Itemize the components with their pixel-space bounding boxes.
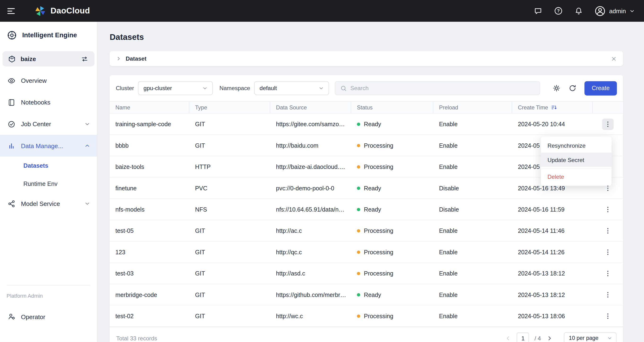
cell-type: GIT: [189, 121, 270, 127]
column-header-data-source[interactable]: Data Source: [270, 102, 351, 113]
platform-admin-label: Platform Admin: [0, 293, 97, 299]
page-number-input[interactable]: [517, 333, 529, 342]
table-row: merbridge-code GIT https://github.com/me…: [110, 284, 623, 306]
column-header-create-time[interactable]: Create Time: [512, 102, 593, 113]
cell-status: Processing: [351, 313, 433, 319]
workspace-selector[interactable]: baize: [2, 51, 94, 66]
sidebar-item-notebooks[interactable]: Notebooks: [0, 92, 97, 113]
search-input[interactable]: [350, 85, 535, 92]
menu-item-delete[interactable]: Delete: [541, 169, 612, 184]
notebook-icon: [7, 98, 16, 106]
filter-bar: Cluster gpu-cluster Namespace default: [110, 75, 623, 101]
bell-icon[interactable]: [574, 6, 583, 15]
topbar: DaoCloud ?: [0, 0, 644, 22]
user-menu[interactable]: admin: [594, 5, 635, 17]
status-label: Processing: [364, 227, 393, 234]
row-actions-kebab-button[interactable]: [602, 310, 614, 322]
create-button[interactable]: Create: [584, 81, 617, 95]
cell-create-time: 2024-05-14 11:26: [512, 249, 593, 255]
job-center-icon: [7, 120, 16, 128]
cell-create-time: 2024-05-13 18:06: [512, 313, 593, 319]
cell-data-source: https://gitee.com/samzo…: [270, 121, 351, 127]
status-label: Processing: [364, 313, 393, 319]
table-header: Name Type Data Source Status Preload Cre…: [110, 101, 623, 113]
sidebar-subitem-runtime-env[interactable]: Runtime Env: [0, 175, 97, 193]
data-management-icon: [7, 142, 16, 150]
refresh-icon[interactable]: [568, 84, 577, 92]
sidebar-item-label: Model Service: [21, 200, 60, 207]
cell-status: Processing: [351, 164, 433, 170]
sidebar-collapse-icon[interactable]: [6, 6, 16, 16]
svg-text:?: ?: [557, 8, 560, 13]
cell-actions: [593, 267, 623, 279]
cell-data-source: http://qc.c: [270, 249, 351, 255]
cell-data-source: http://baidu.com: [270, 142, 351, 149]
close-icon[interactable]: [611, 56, 617, 62]
cell-name: finetune: [110, 185, 189, 191]
cell-create-time: 2024-05-16 11:59: [512, 206, 593, 213]
column-header-name[interactable]: Name: [110, 102, 189, 113]
row-context-menu: ResynchronizeUpdate SecretDelete: [541, 137, 612, 186]
cell-type: GIT: [189, 270, 270, 277]
cell-preload: Enable: [433, 249, 512, 255]
cell-actions: [593, 225, 623, 237]
sidebar-item-job-center[interactable]: Job Center: [0, 113, 97, 135]
sidebar-item-model-service[interactable]: Model Service: [0, 193, 97, 214]
cell-status: Ready: [351, 121, 433, 127]
help-icon[interactable]: ?: [554, 6, 563, 15]
status-dot: [357, 165, 360, 169]
menu-item-resynchronize[interactable]: Resynchronize: [541, 138, 612, 153]
dataset-collapse-panel[interactable]: Dataset: [110, 51, 623, 66]
sidebar-nav: Overview Notebooks Job: [0, 70, 97, 215]
cell-type: GIT: [189, 313, 270, 319]
next-page-icon[interactable]: [546, 335, 553, 342]
cell-status: Ready: [351, 291, 433, 298]
sidebar-subitem-datasets[interactable]: Datasets: [0, 157, 97, 174]
chevron-down-icon: [629, 8, 635, 14]
status-label: Processing: [364, 142, 393, 149]
cell-preload: Disable: [433, 185, 512, 191]
avatar-icon: [594, 5, 606, 17]
column-header-status[interactable]: Status: [351, 102, 433, 113]
brand-name: DaoCloud: [50, 6, 90, 15]
sort-descending-icon[interactable]: [551, 104, 557, 111]
per-page-value: 10 per page: [569, 335, 607, 341]
row-actions-kebab-button[interactable]: [602, 267, 614, 279]
cell-actions: [593, 289, 623, 301]
cell-type: GIT: [189, 249, 270, 255]
table-footer: Total 33 records / 4 10 per page: [110, 327, 623, 342]
cell-preload: Enable: [433, 227, 512, 234]
column-header-type[interactable]: Type: [189, 102, 270, 113]
sidebar-subitem-label: Runtime Env: [24, 180, 58, 187]
sidebar-item-operator[interactable]: Operator: [0, 307, 97, 326]
workspace-label: baize: [20, 55, 36, 62]
row-actions-kebab-button[interactable]: [602, 289, 614, 301]
column-settings-gear-icon[interactable]: [552, 84, 560, 92]
page-title: Datasets: [110, 32, 144, 42]
operator-icon: [7, 313, 16, 321]
topbar-actions: ? admin: [534, 5, 635, 17]
cell-preload: Enable: [433, 291, 512, 298]
sidebar-item-overview[interactable]: Overview: [0, 70, 97, 92]
previous-page-icon[interactable]: [505, 335, 512, 342]
chat-icon[interactable]: [534, 6, 543, 15]
per-page-select[interactable]: 10 per page: [564, 332, 616, 342]
cell-data-source: http://baize-ai.daocloud.…: [270, 164, 351, 170]
cell-name: 123: [110, 249, 189, 255]
datasets-card: Cluster gpu-cluster Namespace default: [110, 75, 623, 342]
table-row: 123 GIT http://qc.c Processing Enable 20…: [110, 242, 623, 263]
cell-name: bbbb: [110, 142, 189, 149]
table-row: test-05 GIT http://ac.c Processing Enabl…: [110, 220, 623, 242]
menu-item-update-secret[interactable]: Update Secret: [541, 153, 612, 167]
switch-workspace-icon[interactable]: [80, 55, 89, 63]
cell-type: PVC: [189, 185, 270, 191]
row-actions-kebab-button[interactable]: [602, 225, 614, 237]
row-actions-kebab-button[interactable]: [602, 203, 614, 215]
namespace-select[interactable]: default: [254, 81, 329, 95]
sidebar-item-data-management[interactable]: Data Manage...: [0, 135, 97, 157]
row-actions-kebab-button[interactable]: [602, 246, 614, 258]
row-actions-kebab-button[interactable]: [602, 118, 614, 130]
column-header-preload[interactable]: Preload: [433, 102, 512, 113]
cell-status: Ready: [351, 185, 433, 191]
cluster-select[interactable]: gpu-cluster: [138, 81, 213, 95]
